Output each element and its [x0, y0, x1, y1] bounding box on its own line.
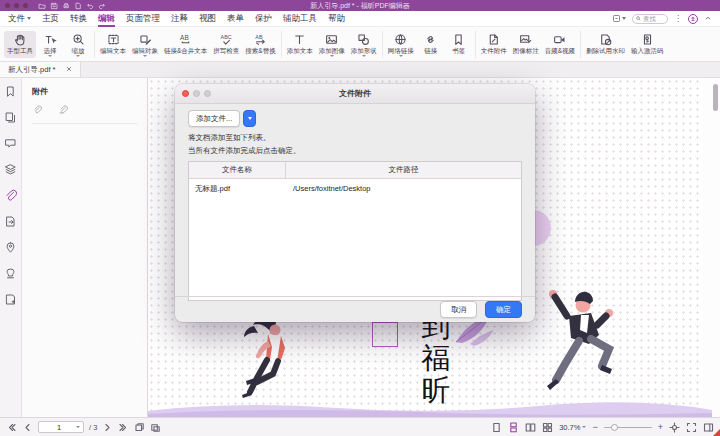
previous-page-button[interactable]: [22, 422, 33, 433]
zoom-window-button[interactable]: [23, 3, 28, 8]
destinations-panel-icon[interactable]: [4, 241, 17, 254]
tool-web-link[interactable]: 网络链接: [385, 31, 417, 58]
chevron-down-icon: [622, 17, 626, 20]
find-options-button[interactable]: [612, 14, 626, 23]
add-files-dropdown-button[interactable]: [243, 110, 256, 127]
tool-remove-watermark[interactable]: 删除试用水印: [583, 31, 628, 58]
document-tab[interactable]: 新人引导.pdf *: [0, 62, 81, 77]
open-file-icon[interactable]: [38, 2, 46, 10]
menu-help[interactable]: 帮助: [328, 11, 345, 27]
close-window-button[interactable]: [5, 3, 10, 8]
facing-view-icon[interactable]: [525, 422, 536, 433]
menu-view[interactable]: 视图: [199, 11, 216, 27]
tool-add-image[interactable]: 添加图像: [316, 31, 348, 58]
layers-panel-icon[interactable]: [4, 163, 17, 176]
dialog-close-button[interactable]: [182, 90, 189, 97]
single-page-view-icon[interactable]: [491, 422, 502, 433]
zoom-in-button[interactable]: +: [658, 423, 663, 432]
select-cursor-icon: [44, 33, 57, 46]
undo-icon[interactable]: [86, 2, 94, 10]
tool-link-join-text[interactable]: AB 链接&合并文本: [161, 31, 210, 58]
menu-form[interactable]: 表单: [227, 11, 244, 27]
zoom-out-button[interactable]: −: [592, 423, 597, 432]
continuous-view-icon[interactable]: [508, 422, 519, 433]
titlebar: 新人引导.pdf * - 福昕PDF编辑器: [0, 0, 720, 11]
search-input[interactable]: [643, 15, 664, 22]
next-page-button[interactable]: [102, 422, 113, 433]
bookmarks-panel-icon[interactable]: [4, 85, 17, 98]
tool-add-shape[interactable]: 添加形状: [348, 31, 380, 58]
document-icon[interactable]: [74, 2, 82, 10]
tool-add-text[interactable]: 添加文本: [284, 31, 316, 58]
page-number-field[interactable]: [38, 421, 84, 433]
pages-panel-icon[interactable]: [4, 111, 17, 124]
menu-home[interactable]: 主页: [42, 11, 59, 27]
cancel-button[interactable]: 取消: [440, 301, 477, 318]
tool-edit-text[interactable]: 编辑文本: [97, 31, 129, 58]
fullscreen-icon[interactable]: [686, 422, 697, 433]
menu-edit[interactable]: 编辑: [98, 11, 115, 27]
more-options-icon[interactable]: ⋮: [674, 14, 682, 23]
svg-text:ABC: ABC: [220, 34, 231, 40]
zoom-slider[interactable]: [604, 423, 652, 432]
user-icon: [690, 16, 696, 22]
column-header-file-path[interactable]: 文件路径: [286, 162, 521, 178]
menu-comment[interactable]: 注释: [171, 11, 188, 27]
print-icon[interactable]: [62, 2, 70, 10]
table-row[interactable]: 无标题.pdf /Users/foxitnet/Desktop: [189, 179, 521, 199]
tool-bookmark[interactable]: 书签: [445, 31, 473, 58]
menu-file[interactable]: 文件: [8, 11, 31, 27]
stamp-panel-icon[interactable]: [4, 267, 17, 280]
tool-activation-code[interactable]: 输入激活码: [628, 31, 667, 58]
thumbnail-grid-view-icon[interactable]: [542, 422, 553, 433]
form-fields-panel-icon[interactable]: [4, 293, 17, 306]
last-page-button[interactable]: [118, 422, 129, 433]
menubar-right: ⋮: [612, 14, 712, 24]
tool-image-annotation[interactable]: 图像标注: [510, 31, 542, 58]
ok-button[interactable]: 确定: [485, 301, 522, 318]
web-link-icon: [394, 33, 407, 46]
svg-text:AB: AB: [180, 34, 189, 41]
attachments-panel-icon[interactable]: [4, 189, 17, 202]
tab-label: 新人引导.pdf *: [8, 65, 56, 75]
menu-protect[interactable]: 保护: [255, 11, 272, 27]
comments-panel-icon[interactable]: [4, 137, 17, 150]
tool-edit-object[interactable]: 编辑对象: [129, 31, 161, 58]
tool-audio-video[interactable]: 音频&视频: [542, 31, 578, 58]
man-illustration: [541, 286, 629, 402]
first-page-button[interactable]: [6, 422, 17, 433]
menu-page-management[interactable]: 页面管理: [126, 11, 160, 27]
minimize-window-button[interactable]: [14, 3, 19, 8]
add-files-button[interactable]: 添加文件...: [188, 110, 240, 127]
tool-zoom[interactable]: 缩放: [64, 31, 92, 58]
tool-select[interactable]: 选择: [36, 31, 64, 58]
account-avatar[interactable]: [688, 14, 698, 24]
tab-close-button[interactable]: [66, 65, 72, 74]
column-header-file-name[interactable]: 文件名称: [189, 162, 286, 178]
tool-spell-check[interactable]: ABC 拼写检查: [210, 31, 242, 58]
collapse-toolbar-button[interactable]: [704, 14, 712, 24]
menu-accessibility[interactable]: 辅助工具: [283, 11, 317, 27]
fit-visible-icon[interactable]: [669, 422, 680, 433]
redo-icon[interactable]: [98, 2, 106, 10]
dialog-titlebar: 文件附件: [175, 84, 535, 104]
zoom-level-dropdown[interactable]: 30.7%: [559, 423, 586, 432]
chevron-up-icon: [704, 14, 712, 22]
tool-link[interactable]: 链接: [417, 31, 445, 58]
tool-file-attachment[interactable]: 文件附件: [478, 31, 510, 58]
zoom-slider-knob[interactable]: [611, 424, 618, 431]
tool-hand[interactable]: 手型工具: [4, 31, 36, 58]
tool-search-replace[interactable]: AB 搜索&替换: [242, 31, 278, 58]
fit-page-icon[interactable]: [134, 422, 145, 433]
export-panel-icon[interactable]: [4, 215, 17, 228]
panel-title: 附件: [32, 86, 137, 97]
open-attachment-icon[interactable]: [32, 105, 42, 115]
save-icon[interactable]: [50, 2, 58, 10]
menu-convert[interactable]: 转换: [70, 11, 87, 27]
toolbar: 手型工具 选择 缩放 编辑文本 编辑对象: [0, 27, 720, 62]
page-number-input[interactable]: [42, 423, 76, 432]
vertical-scrollbar[interactable]: [713, 84, 718, 111]
search-box[interactable]: [632, 14, 668, 24]
fit-width-icon[interactable]: [150, 422, 161, 433]
save-attachment-icon[interactable]: [58, 105, 68, 115]
